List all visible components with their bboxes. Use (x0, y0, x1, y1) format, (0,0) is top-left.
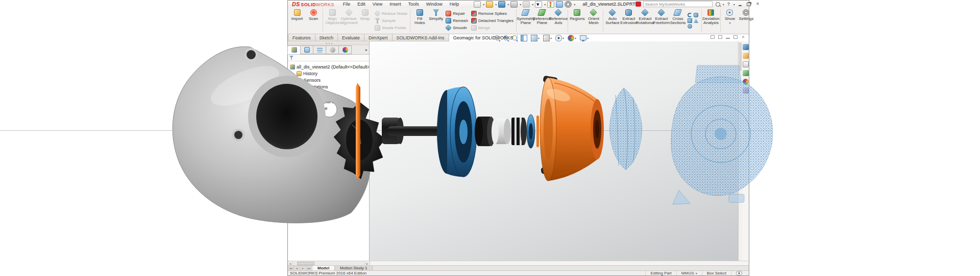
next-tab-icon[interactable]: ▸ (300, 266, 306, 270)
edit-appearance-icon[interactable] (568, 35, 574, 41)
select-cursor-icon[interactable] (535, 1, 542, 8)
tree-item-sensors[interactable]: Sensors (288, 77, 369, 83)
help-button[interactable]: ? (726, 2, 731, 7)
cone-primitive-icon[interactable] (694, 18, 698, 23)
doc-split-icon[interactable] (718, 35, 723, 39)
search-input[interactable]: Search MySolidWorks (643, 1, 713, 7)
scan-button[interactable]: Scan (305, 8, 322, 34)
extract-rotational-button[interactable]: Extract Rotational (637, 8, 653, 34)
options-dropdown-caret[interactable] (574, 3, 575, 6)
undo-dropdown-caret[interactable] (532, 3, 533, 6)
last-tab-icon[interactable]: ▸▸ (306, 266, 312, 270)
hide-show-items-icon[interactable] (555, 35, 562, 41)
file-properties-icon[interactable] (556, 1, 563, 8)
doc-close-icon[interactable] (741, 35, 746, 39)
prev-tab-icon[interactable]: ◂ (294, 266, 300, 270)
tab-evaluate[interactable]: Evaluate (338, 34, 364, 41)
select-dropdown-caret[interactable] (544, 3, 546, 6)
shade-points-button[interactable]: Shade Points (375, 25, 407, 31)
viewport-vertical-scrollbar[interactable] (738, 41, 742, 261)
cylinder-primitive-icon[interactable] (694, 13, 698, 17)
edit-appearance-caret[interactable] (575, 35, 576, 40)
tab-sketch[interactable]: Sketch (315, 34, 338, 41)
search-dropdown-caret[interactable] (723, 3, 724, 6)
file-explorer-icon[interactable] (743, 61, 749, 67)
remove-spikes-button[interactable]: Remove Spikes (471, 11, 513, 16)
optimize-alignment-button[interactable]: Optimize Alignment (340, 8, 357, 34)
tree-item-history[interactable]: ▸ History (288, 70, 369, 77)
model-tab[interactable]: Model (312, 266, 335, 270)
remesh-button[interactable]: Remesh (446, 18, 468, 24)
status-eye-cell[interactable] (731, 271, 747, 275)
expand-arrow-icon[interactable]: ▸ (291, 72, 295, 76)
print-icon[interactable] (510, 1, 518, 8)
tree-item-extrude1[interactable]: Extrude1 (288, 142, 369, 149)
smooth-button[interactable]: Smooth (446, 25, 468, 31)
menu-tools[interactable]: Tools (405, 2, 423, 7)
search-icon[interactable] (716, 2, 720, 7)
fill-holes-button[interactable]: Fill Holes (411, 8, 428, 34)
regions-button[interactable]: Regions (569, 8, 585, 34)
new-document-icon[interactable] (474, 1, 481, 8)
repair-button[interactable]: Repair (446, 11, 468, 16)
help-dropdown-caret[interactable] (733, 3, 735, 6)
featuremanager-tab[interactable] (287, 45, 301, 54)
menu-window[interactable]: Window (423, 2, 446, 7)
primitive-shape-buttons[interactable] (686, 8, 700, 34)
rebuild-icon[interactable] (547, 1, 554, 8)
open-icon[interactable] (486, 1, 493, 8)
extract-extrusion-button[interactable]: Extract Extrusion (621, 8, 637, 34)
design-library-icon[interactable] (743, 53, 749, 59)
section-view-icon[interactable] (521, 35, 527, 41)
auto-surface-button[interactable]: Auto Surface (604, 8, 621, 34)
view-settings-icon[interactable] (580, 35, 586, 40)
deviation-analysis-button[interactable]: Deviation Analysis (703, 8, 719, 34)
units-caret[interactable] (696, 271, 697, 275)
tab-solidworks-add-ins[interactable]: SOLIDWORKS Add-Ins (393, 34, 449, 41)
panel-splitter-handle[interactable] (288, 41, 369, 45)
menu-help[interactable]: Help (446, 2, 463, 7)
tab-features[interactable]: Features (288, 34, 315, 41)
doc-restore-icon[interactable] (733, 35, 738, 39)
settings-button[interactable]: Settings (738, 8, 754, 34)
minimize-button[interactable] (737, 2, 744, 7)
panel-tabs-overflow[interactable]: ▸ (352, 45, 369, 54)
tree-item-material[interactable]: Material <not specified> (288, 98, 369, 105)
print-dropdown-caret[interactable] (520, 3, 521, 6)
scrollbar-thumb[interactable] (739, 42, 742, 71)
close-button[interactable] (754, 2, 761, 7)
solidworks-resources-icon[interactable] (743, 44, 749, 50)
symmetry-plane-button[interactable]: Symmetry Plane (518, 8, 534, 34)
graphics-viewport[interactable] (370, 41, 738, 261)
arc-primitive-icon[interactable] (688, 13, 692, 17)
cross-sections-button[interactable]: Cross Sections (670, 8, 686, 34)
configurationmanager-tab[interactable] (313, 45, 326, 54)
custom-properties-icon[interactable] (743, 87, 749, 94)
save-icon[interactable] (498, 1, 505, 8)
orient-mesh-button[interactable]: Orient Mesh (585, 8, 602, 34)
units-selector[interactable]: MMGS (676, 271, 702, 275)
sample-button[interactable]: Sample (375, 18, 407, 24)
view-orientation-icon[interactable] (531, 35, 537, 41)
reference-plane-button[interactable]: Reference Plane (534, 8, 550, 34)
display-style-caret[interactable] (550, 35, 552, 40)
detached-triangles-button[interactable]: Detached Triangles (471, 18, 513, 24)
simplify-button[interactable]: Simplify (428, 8, 444, 34)
doc-minimize-icon[interactable] (725, 35, 730, 39)
doc-pane-icon[interactable] (710, 35, 715, 39)
show-button[interactable]: Show (722, 8, 738, 34)
extract-freeform-button[interactable]: Extract Freeform (653, 8, 670, 34)
tree-item-annotations[interactable]: Annotations (288, 83, 369, 90)
undo-icon[interactable] (523, 1, 530, 8)
previous-view-icon[interactable] (512, 35, 517, 40)
tree-item-front-plane[interactable]: Front Plane (288, 105, 369, 111)
dimxpertmanager-tab[interactable] (326, 45, 339, 54)
motion-study-tab[interactable]: Motion Study 1 (335, 266, 373, 270)
zoom-to-area-icon[interactable] (503, 35, 508, 40)
show-dropdown-caret[interactable] (729, 21, 730, 25)
appearances-icon[interactable] (743, 79, 749, 85)
menu-file[interactable]: File (339, 2, 354, 7)
restore-button[interactable] (746, 2, 752, 7)
menu-insert[interactable]: Insert (386, 2, 405, 7)
view-palette-icon[interactable] (743, 70, 749, 76)
